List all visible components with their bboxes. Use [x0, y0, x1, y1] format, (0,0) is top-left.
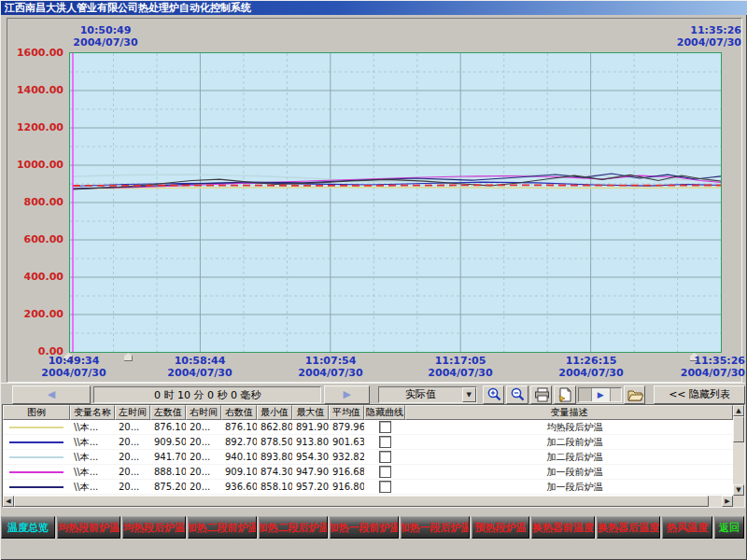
trend-toolbar: ◀ 0 时 10 分 0 秒 0 毫秒 ▶ 实际值 ▼	[1, 383, 745, 405]
trend-end-date: 2004/07/30	[620, 36, 741, 49]
table-vertical-scrollbar[interactable]: ▲ ▼	[733, 405, 744, 496]
col-header-description[interactable]: 变量描述	[405, 405, 733, 420]
printer-icon	[533, 386, 550, 402]
table-row[interactable]: \\本... 20... 876.10 20... 876.10 862.80 …	[3, 420, 744, 435]
trend-start-timestamp: 10:50:49 2004/07/30	[45, 24, 166, 49]
horizontal-scroll-thumb[interactable]	[14, 496, 709, 507]
trend-end-time: 11:35:26	[620, 24, 741, 36]
trend-chart-canvas[interactable]	[69, 52, 722, 353]
scroll-up-icon[interactable]: ▲	[733, 405, 744, 416]
hide-curve-checkbox[interactable]	[379, 481, 391, 493]
report-page-icon	[557, 386, 573, 402]
y-axis-label: 1000.00	[0, 159, 63, 171]
window-title: 江西南昌大洪人管业有限公司热处理炉自动化控制系统	[1, 1, 747, 15]
curve-junre-hou	[73, 188, 721, 189]
x-axis-label: 11:35:262004/07/30	[624, 355, 745, 379]
hide-curve-checkbox[interactable]	[379, 451, 391, 463]
time-span-field[interactable]: 0 时 10 分 0 秒 0 毫秒	[93, 386, 321, 403]
export-report-button[interactable]	[554, 385, 576, 404]
table-row[interactable]: \\本... 20... 888.10 20... 909.10 874.30 …	[3, 465, 744, 480]
chevron-down-icon[interactable]: ▼	[462, 387, 476, 402]
hide-curve-checkbox[interactable]	[379, 436, 391, 448]
folder-icon	[627, 386, 643, 402]
slider-track-right	[611, 388, 621, 401]
playback-slider[interactable]: ▶	[578, 387, 622, 402]
variable-table: 图例 变量名称 左时间 左数值 右时间 右数值 最小值 最大值 平均值 隐藏曲线…	[2, 404, 745, 508]
right-arrow-icon: ▶	[344, 388, 351, 400]
col-header-avg[interactable]: 平均值	[329, 405, 364, 420]
nav-temperature-overview[interactable]: 温度总览	[1, 516, 55, 539]
col-header-right-value[interactable]: 右数值	[221, 405, 257, 420]
y-axis-label: 200.00	[0, 308, 63, 320]
nav-exchanger-rear[interactable]: 换热器后温度	[597, 516, 660, 539]
grid-lines	[70, 53, 721, 352]
table-horizontal-scrollbar[interactable]: ◀ ▶	[3, 496, 733, 507]
hide-list-button[interactable]: << 隐藏列表	[654, 385, 745, 404]
col-header-max[interactable]: 最大值	[292, 405, 329, 420]
value-mode-selected: 实际值	[379, 387, 462, 402]
zoom-in-icon	[486, 386, 502, 402]
zoom-out-button[interactable]	[506, 385, 529, 404]
col-header-right-time[interactable]: 右时间	[186, 405, 221, 420]
curve-extra-red-setpoint	[73, 185, 721, 186]
legend-line	[9, 427, 63, 428]
curve-jiayi-qian	[73, 175, 721, 189]
y-axis-label: 1600.00	[0, 47, 63, 59]
col-header-legend[interactable]: 图例	[3, 405, 70, 420]
scroll-left-icon[interactable]: ◀	[3, 496, 14, 507]
col-header-name[interactable]: 变量名称	[70, 405, 115, 420]
legend-line	[9, 441, 63, 443]
col-header-hide-curve[interactable]: 隐藏曲线	[364, 405, 405, 420]
nav-soak-zone-rear[interactable]: 均热段后炉温	[122, 516, 186, 539]
slider-track-left	[579, 388, 591, 401]
nav-preheat-zone[interactable]: 预热段炉温	[472, 516, 529, 539]
scroll-back-button[interactable]: ◀	[12, 385, 91, 404]
col-header-min[interactable]: 最小值	[257, 405, 292, 420]
variable-description: 加一段前炉温	[405, 466, 744, 479]
open-history-button[interactable]	[624, 385, 646, 404]
table-row[interactable]: \\本... 20... 875.20 20... 936.60 858.10 …	[3, 480, 744, 495]
page-nav-bar: 温度总览 均热段前炉温 均热段后炉温 加热二段前炉温 加热二段后炉温 加热一段前…	[1, 516, 745, 539]
legend-line	[9, 456, 63, 458]
table-body: \\本... 20... 876.10 20... 876.10 862.80 …	[3, 420, 744, 496]
scroll-right-icon[interactable]: ▶	[722, 496, 733, 507]
variable-description: 加二段前炉温	[405, 436, 744, 449]
legend-line	[9, 486, 63, 488]
nav-heat2-zone-rear[interactable]: 加热二段后炉温	[259, 516, 328, 539]
table-row[interactable]: \\本... 20... 941.70 20... 940.10 893.80 …	[3, 450, 744, 465]
nav-heat1-zone-front[interactable]: 加热一段前炉温	[330, 516, 399, 539]
nav-heat2-zone-front[interactable]: 加热二段前炉温	[188, 516, 257, 539]
scroll-forward-button[interactable]: ▶	[324, 385, 370, 404]
table-row[interactable]: \\本... 20... 909.50 20... 892.70 878.50 …	[3, 435, 744, 450]
y-axis-label: 800.00	[0, 196, 63, 208]
hide-curve-checkbox[interactable]	[379, 421, 391, 433]
print-button[interactable]	[530, 385, 553, 404]
y-axis-label: 1400.00	[0, 84, 63, 96]
nav-soak-zone-front[interactable]: 均热段前炉温	[57, 516, 120, 539]
variable-description: 均热段后炉温	[405, 421, 744, 434]
zoom-out-icon	[509, 386, 526, 402]
scroll-down-icon[interactable]: ▼	[733, 484, 744, 496]
col-header-left-value[interactable]: 左数值	[150, 405, 186, 420]
nav-hot-air-temp[interactable]: 热风温度	[662, 516, 712, 539]
x-axis-label: 11:17:052004/07/30	[400, 355, 521, 379]
scrollbar-corner	[733, 496, 744, 507]
play-icon[interactable]: ▶	[591, 388, 611, 401]
y-axis-label: 1200.00	[0, 121, 63, 133]
col-header-left-time[interactable]: 左时间	[115, 405, 150, 420]
nav-heat1-zone-rear[interactable]: 加热一段后炉温	[401, 516, 470, 539]
nav-exchanger-front[interactable]: 换热器前温度	[531, 516, 595, 539]
nav-return-button[interactable]: 返回	[714, 516, 744, 539]
hide-curve-checkbox[interactable]	[379, 466, 391, 478]
value-mode-combobox[interactable]: 实际值 ▼	[378, 386, 477, 403]
x-axis-label: 10:49:342004/07/30	[13, 355, 134, 379]
variable-description: 加一段后炉温	[405, 481, 744, 494]
vertical-scroll-thumb[interactable]	[733, 416, 744, 442]
trend-end-timestamp: 11:35:26 2004/07/30	[620, 24, 741, 49]
left-arrow-icon: ◀	[48, 388, 55, 400]
x-axis-label: 11:07:542004/07/30	[270, 355, 391, 379]
zoom-in-button[interactable]	[483, 385, 505, 404]
legend-line	[9, 471, 63, 473]
variable-description: 加二段后炉温	[405, 451, 744, 464]
y-axis-label: 400.00	[0, 271, 63, 283]
